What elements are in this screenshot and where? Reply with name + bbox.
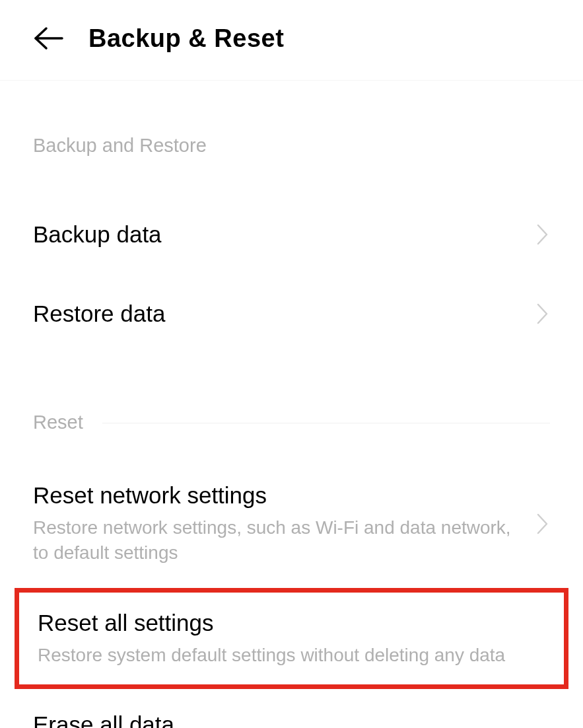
reset-all-settings-row[interactable]: Reset all settings Restore system defaul… (15, 588, 568, 690)
setting-text: Reset all settings Restore system defaul… (38, 610, 545, 668)
setting-title: Reset network settings (33, 482, 522, 509)
setting-subtitle: Restore system default settings without … (38, 643, 532, 668)
backup-data-row[interactable]: Backup data (0, 195, 583, 274)
chevron-right-icon (535, 511, 550, 536)
page-title: Backup & Reset (88, 24, 284, 53)
reset-network-settings-row[interactable]: Reset network settings Restore network s… (0, 460, 583, 588)
setting-text: Reset network settings Restore network s… (33, 482, 535, 565)
setting-title: Restore data (33, 301, 522, 327)
setting-title: Erase all data (33, 711, 522, 728)
chevron-right-icon (535, 301, 550, 326)
header-bar: Backup & Reset (0, 0, 583, 81)
chevron-right-icon (535, 222, 550, 247)
setting-text: Backup data (33, 221, 535, 248)
section-header-backup-restore: Backup and Restore (0, 135, 583, 157)
setting-text: Erase all data Clear all data on your ph… (33, 711, 535, 728)
back-arrow-icon[interactable] (33, 23, 63, 54)
setting-title: Reset all settings (38, 610, 532, 636)
setting-text: Restore data (33, 301, 535, 327)
section-header-reset: Reset (0, 412, 583, 433)
setting-title: Backup data (33, 221, 522, 248)
erase-all-data-row[interactable]: Erase all data Clear all data on your ph… (0, 689, 583, 728)
restore-data-row[interactable]: Restore data (0, 274, 583, 353)
setting-subtitle: Restore network settings, such as Wi-Fi … (33, 515, 522, 565)
settings-content: Backup and Restore Backup data Restore d… (0, 135, 583, 728)
